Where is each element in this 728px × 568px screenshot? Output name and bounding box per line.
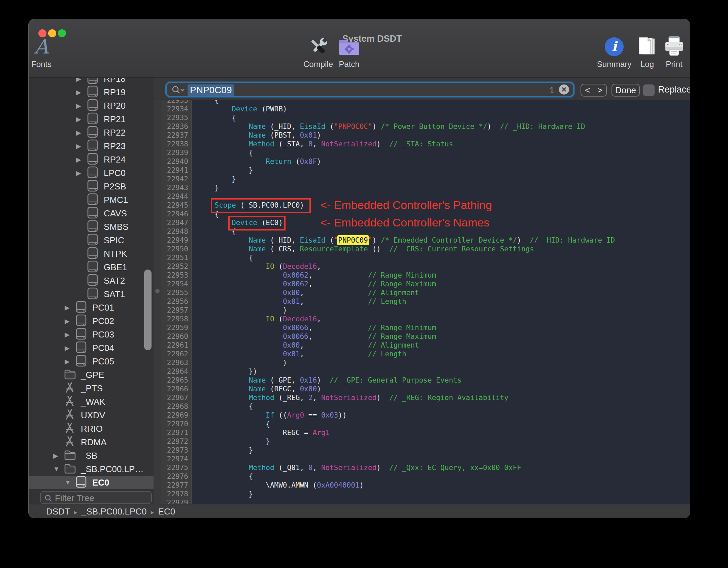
- sidebar-item-uxdv[interactable]: UXDV: [29, 409, 154, 422]
- breadcrumb-segment[interactable]: EC0: [158, 506, 175, 517]
- code-line[interactable]: 22958 IO (Decode16,: [161, 315, 690, 323]
- code-line[interactable]: 22959 0x0066, // Range Minimum: [161, 323, 690, 332]
- code-line[interactable]: 22936 Name (_HID, EisaId ("PNP0C0C") /* …: [161, 122, 690, 131]
- disclosure-expanded-icon[interactable]: ▼: [65, 479, 71, 486]
- code-line[interactable]: 22975 Method (_Q01, 0, NotSerialized) //…: [161, 463, 690, 472]
- code-line[interactable]: 22941 }: [161, 166, 690, 175]
- disclosure-collapsed-icon[interactable]: ▶: [65, 344, 70, 352]
- code-line[interactable]: 22940 Return (0x0F): [161, 157, 690, 166]
- code-line[interactable]: 22955 0x00, // Alignment: [161, 288, 690, 297]
- sidebar-item-gbe1[interactable]: GBE1: [29, 260, 154, 274]
- sidebar-item-rp21[interactable]: ▶ RP21: [29, 112, 154, 126]
- sidebar-item-rp19[interactable]: ▶ RP19: [29, 85, 154, 99]
- code-line[interactable]: 22934 Device (PWRB): [161, 105, 690, 113]
- sidebar-item-rrio[interactable]: RRIO: [29, 422, 154, 435]
- code-line[interactable]: 22949 Name (_HID, EisaId ("PNP0C09") /* …: [161, 236, 690, 245]
- sidebar-item-rp23[interactable]: ▶ RP23: [29, 139, 154, 153]
- code-line[interactable]: 22974: [161, 455, 690, 463]
- code-line[interactable]: 22962 0x01, // Length: [161, 350, 690, 358]
- code-line[interactable]: 22952 IO (Decode16,: [161, 262, 690, 271]
- code-line[interactable]: 22942 }: [161, 175, 690, 183]
- done-button[interactable]: Done: [611, 84, 640, 97]
- code-line[interactable]: 22977 \AMW0.AMWN (0xA0040001): [161, 481, 690, 490]
- disclosure-collapsed-icon[interactable]: ▶: [76, 129, 81, 137]
- disclosure-collapsed-icon[interactable]: ▶: [76, 88, 81, 96]
- sidebar-item-rp20[interactable]: ▶ RP20: [29, 99, 154, 112]
- sidebar-scrollbar-thumb[interactable]: [144, 270, 152, 350]
- sidebar-item-pc04[interactable]: ▶ PC04: [29, 341, 154, 355]
- search-menu-icon[interactable]: [171, 85, 185, 95]
- print-button[interactable]: Print: [654, 35, 690, 69]
- code-line[interactable]: 22963 ): [161, 358, 690, 367]
- sidebar-item-pc03[interactable]: ▶ PC03: [29, 328, 154, 341]
- code-line[interactable]: 22978 }: [161, 490, 690, 498]
- sidebar-item-sat1[interactable]: SAT1: [29, 287, 154, 301]
- sidebar-item-p2sb[interactable]: P2SB: [29, 180, 154, 193]
- sidebar-item-pc02[interactable]: ▶ PC02: [29, 314, 154, 328]
- sidebar-item-sbpc00lp[interactable]: ▼ _SB.PC00.LP…: [29, 462, 154, 476]
- disclosure-collapsed-icon[interactable]: ▶: [65, 331, 70, 339]
- code-line[interactable]: 22960 0x0066, // Range Maximum: [161, 332, 690, 341]
- code-line[interactable]: 22943 }: [161, 183, 690, 192]
- sidebar-item-wak[interactable]: _WAK: [29, 395, 154, 409]
- breadcrumb-segment[interactable]: _SB.PC00.LPC0: [81, 506, 147, 517]
- sidebar-item-pmc1[interactable]: PMC1: [29, 193, 154, 207]
- replace-checkbox[interactable]: [643, 84, 655, 96]
- sidebar-item-rdma[interactable]: RDMA: [29, 435, 154, 449]
- code-line[interactable]: 22937 Name (PBST, 0x01): [161, 131, 690, 140]
- sidebar-item-pc01[interactable]: ▶ PC01: [29, 301, 154, 314]
- code-line[interactable]: 22938 Method (_STA, 0, NotSerialized) //…: [161, 140, 690, 148]
- sidebar-item-ec0[interactable]: ▼ EC0: [29, 476, 154, 489]
- sidebar-item-rp24[interactable]: ▶ RP24: [29, 153, 154, 166]
- code-line[interactable]: 22968 {: [161, 402, 690, 411]
- sidebar-item-pts[interactable]: _PTS: [29, 382, 154, 395]
- sidebar-item-ntpk[interactable]: NTPK: [29, 247, 154, 260]
- disclosure-expanded-icon[interactable]: ▼: [53, 465, 60, 473]
- code-line[interactable]: 22939 {: [161, 148, 690, 157]
- disclosure-collapsed-icon[interactable]: ▶: [65, 304, 70, 312]
- code-editor-pane[interactable]: 22933 {22934 Device (PWRB)22935 {22936 N…: [161, 78, 690, 504]
- code-line[interactable]: 22976 {: [161, 472, 690, 481]
- code-line[interactable]: 22970 {: [161, 420, 690, 428]
- find-previous-button[interactable]: <: [581, 84, 594, 96]
- sidebar-item-rp22[interactable]: ▶ RP22: [29, 126, 154, 139]
- sidebar-item-gpe[interactable]: _GPE: [29, 368, 154, 382]
- find-next-button[interactable]: >: [594, 84, 606, 96]
- code-line[interactable]: 22967 Method (_REG, 2, NotSerialized) //…: [161, 393, 690, 402]
- code-line[interactable]: 22957 ): [161, 306, 690, 315]
- code-line[interactable]: 22971 REGC = Arg1: [161, 428, 690, 437]
- code-line[interactable]: 22956 0x01, // Length: [161, 297, 690, 306]
- sidebar-item-rp18[interactable]: ▶ RP18: [29, 78, 154, 85]
- patch-button[interactable]: Patch: [329, 35, 369, 69]
- filter-tree-input[interactable]: Filter Tree: [40, 491, 152, 504]
- code-line[interactable]: 22964 }): [161, 367, 690, 376]
- sidebar-item-pc05[interactable]: ▶ PC05: [29, 355, 154, 368]
- code-line[interactable]: 22954 0x0062, // Range Maximum: [161, 280, 690, 288]
- disclosure-collapsed-icon[interactable]: ▶: [65, 317, 70, 325]
- pane-splitter[interactable]: [154, 78, 161, 504]
- disclosure-collapsed-icon[interactable]: ▶: [76, 169, 81, 177]
- sidebar-item-lpc0[interactable]: ▶ LPC0: [29, 166, 154, 180]
- code-line[interactable]: 22969 If ((Arg0 == 0x03)): [161, 411, 690, 420]
- search-input[interactable]: PNP0C09 1 ✕: [165, 82, 574, 97]
- disclosure-collapsed-icon[interactable]: ▶: [53, 452, 58, 460]
- disclosure-collapsed-icon[interactable]: ▶: [65, 358, 70, 365]
- disclosure-collapsed-icon[interactable]: ▶: [76, 102, 81, 110]
- clear-search-icon[interactable]: ✕: [559, 84, 569, 95]
- code-line[interactable]: 22965 Name (_GPE, 0x16) // _GPE: General…: [161, 376, 690, 385]
- code-line[interactable]: 22973 }: [161, 446, 690, 455]
- disclosure-collapsed-icon[interactable]: ▶: [76, 115, 81, 123]
- sidebar-item-sb[interactable]: ▶ _SB: [29, 449, 154, 462]
- breadcrumb-segment[interactable]: DSDT: [46, 506, 70, 517]
- code-line[interactable]: 22935 {: [161, 113, 690, 122]
- sidebar-item-cavs[interactable]: CAVS: [29, 207, 154, 220]
- code-line[interactable]: 22950 Name (_CRS, ResourceTemplate () //…: [161, 245, 690, 253]
- disclosure-collapsed-icon[interactable]: ▶: [76, 78, 81, 83]
- code-line[interactable]: 22966 Name (REGC, 0x00): [161, 385, 690, 393]
- code-line[interactable]: 22951 {: [161, 253, 690, 262]
- fonts-button[interactable]: A Fonts: [28, 35, 62, 69]
- code-line[interactable]: 22979: [161, 498, 690, 504]
- sidebar-item-sat2[interactable]: SAT2: [29, 274, 154, 287]
- sidebar-item-smbs[interactable]: SMBS: [29, 220, 154, 234]
- code-line[interactable]: 22972 }: [161, 437, 690, 446]
